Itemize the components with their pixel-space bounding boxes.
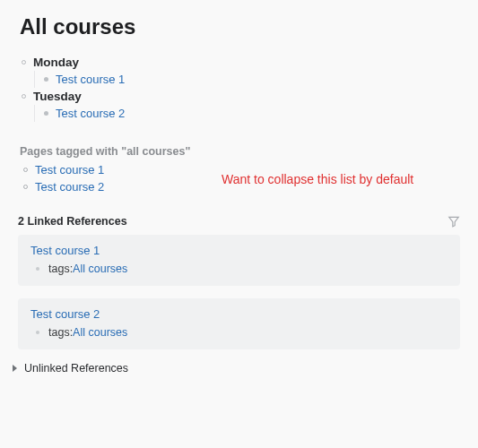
caret-right-icon (13, 365, 17, 372)
unlinked-refs-toggle[interactable]: Unlinked References (13, 362, 460, 375)
outline-day[interactable]: Monday (22, 54, 460, 71)
bullet-icon (22, 94, 26, 99)
hollow-bullet-icon (23, 168, 28, 172)
tagged-page-link[interactable]: Test course 1 (35, 163, 104, 177)
linked-ref-card: Test course 2 tags: All courses (18, 298, 460, 349)
linked-ref-card: Test course 1 tags: All courses (18, 235, 460, 286)
outline-item-link[interactable]: Test course 1 (56, 73, 125, 86)
linked-ref-title[interactable]: Test course 2 (30, 307, 448, 321)
outline-child: Test course 2 (34, 105, 460, 122)
linked-ref-tag-link[interactable]: All courses (73, 263, 127, 275)
outline-item-link[interactable]: Test course 2 (56, 107, 125, 120)
bullet-icon (22, 60, 26, 65)
linked-refs-title[interactable]: 2 Linked References (18, 215, 127, 228)
linked-refs-header-row: 2 Linked References (18, 215, 460, 228)
svg-marker-0 (449, 217, 459, 227)
bullet-icon (44, 111, 48, 116)
outline-day[interactable]: Tuesday (22, 88, 460, 105)
linked-ref-tag-row[interactable]: tags: All courses (36, 326, 448, 339)
outline: Monday Test course 1 Tuesday Test course… (22, 54, 460, 122)
bullet-icon (36, 267, 39, 271)
annotation-text: Want to collapse this list by default (222, 172, 413, 186)
outline-item[interactable]: Test course 2 (44, 105, 460, 122)
page-title: All courses (20, 14, 460, 39)
outline-day-label: Tuesday (33, 90, 82, 103)
filter-icon[interactable] (448, 215, 460, 228)
page-root: All courses Monday Test course 1 Tuesday… (0, 0, 478, 383)
linked-ref-tags-label: tags: (48, 326, 73, 339)
unlinked-refs-title: Unlinked References (24, 362, 128, 375)
outline-child: Test course 1 (34, 71, 460, 88)
outline-item[interactable]: Test course 1 (44, 71, 460, 88)
bullet-icon (36, 331, 39, 334)
tagged-page-link[interactable]: Test course 2 (35, 180, 104, 194)
tagged-pages-header: Pages tagged with "all courses" (20, 145, 460, 158)
outline-day-label: Monday (33, 56, 79, 69)
hollow-bullet-icon (23, 185, 28, 189)
linked-ref-tag-row[interactable]: tags: All courses (36, 263, 448, 275)
bullet-icon (44, 77, 48, 82)
linked-ref-tag-link[interactable]: All courses (73, 326, 127, 339)
linked-ref-title[interactable]: Test course 1 (30, 244, 448, 257)
linked-ref-tags-label: tags: (48, 263, 73, 275)
